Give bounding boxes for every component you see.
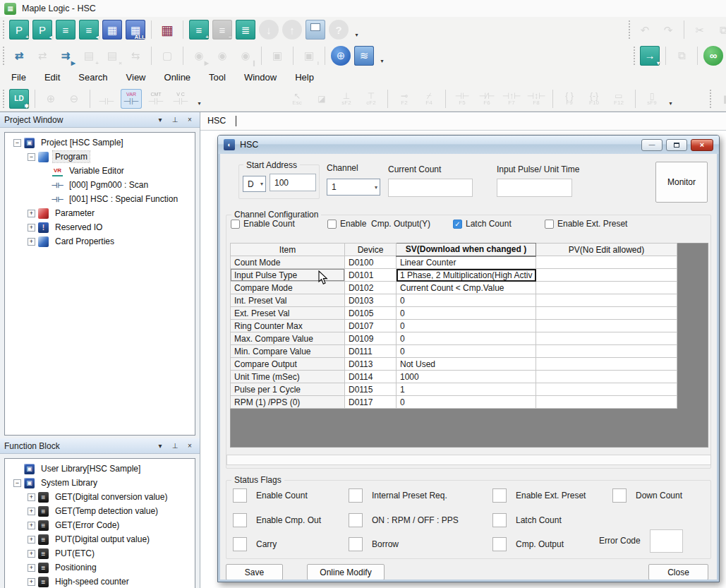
tree-item-variable-editor[interactable]: VRVariable Editor [9, 164, 195, 178]
tree-expander-icon[interactable]: + [28, 578, 35, 586]
menu-edit[interactable]: Edit [35, 69, 69, 85]
item-cell[interactable]: RPM (1) /PPS (0) [231, 396, 345, 409]
ladder-toolbar-overflow[interactable]: ▾ [666, 100, 675, 111]
tree-expander-icon[interactable]: − [28, 153, 35, 161]
tree-expander-icon[interactable]: + [28, 522, 35, 529]
tree-expander-icon[interactable]: + [28, 550, 35, 558]
item-cell[interactable]: Count Mode [231, 256, 345, 269]
menu-window[interactable]: Window [235, 69, 286, 85]
channel-combo[interactable]: 1 ▾ [327, 179, 380, 196]
connection-icon[interactable]: ∞ [703, 46, 723, 66]
tree-item-001-hsc-special-function[interactable]: ⊣⊢[001] HSC : Special Function [9, 192, 195, 206]
window-tile-icon[interactable]: ▦ [157, 20, 177, 40]
panel-close-icon[interactable]: × [184, 442, 195, 450]
monitor-button[interactable]: Monitor [655, 162, 708, 203]
tree-item-card-properties[interactable]: +Card Properties [9, 234, 195, 248]
tree-item-get-digital-conversion-value[interactable]: +≡GET(Digital conversion value) [9, 490, 195, 504]
item-cell[interactable]: Pulse per 1 Cycle [231, 383, 345, 396]
column-header-sv[interactable]: SV(Download when changed ) [397, 244, 536, 256]
item-cell[interactable]: Unit Time (mSec) [231, 371, 345, 383]
sv-cell[interactable]: 1000 [397, 371, 536, 383]
close-button[interactable]: Close [648, 564, 708, 580]
panel-menu-caret-icon[interactable]: ▾ [155, 442, 166, 450]
tree-item-parameter[interactable]: +Parameter [9, 206, 195, 220]
dialog-minimize-button[interactable]: — [641, 139, 663, 151]
standard-toolbar-overflow[interactable]: ▾ [352, 32, 361, 42]
checkbox-enable-count[interactable] [231, 220, 240, 229]
system-monitor-icon[interactable]: ≋ [354, 46, 374, 66]
tree-item-program[interactable]: −Program [9, 150, 195, 164]
item-cell[interactable]: Min. Compare Value [231, 345, 345, 358]
item-cell[interactable]: Int. Preset Val [231, 294, 345, 307]
document-list-icon[interactable]: ≣ [236, 20, 255, 40]
panel-pin-icon[interactable]: ⊥ [169, 116, 181, 124]
checkbox-checked-latch-count[interactable]: ✓ [453, 220, 462, 229]
checkbox-enable-ext-preset[interactable] [545, 220, 554, 229]
sv-cell[interactable]: 0 [397, 294, 536, 307]
tree-expander-icon[interactable]: + [28, 564, 35, 572]
menu-file[interactable]: File [2, 69, 35, 85]
view-source-icon[interactable]: ≡ [56, 20, 75, 40]
panel-pin-icon[interactable]: ⊥ [169, 442, 181, 450]
tree-expander-icon[interactable]: + [28, 536, 35, 544]
import-source-icon[interactable]: ≡◂ [79, 20, 99, 40]
tree-expander-icon[interactable]: + [28, 493, 35, 501]
item-cell[interactable]: Max. Compare Value [231, 332, 345, 345]
tree-item-put-digital-output-value[interactable]: +≡PUT(Digital output value) [9, 532, 195, 546]
tree-expander-icon[interactable]: − [13, 139, 21, 147]
tree-expander-icon[interactable]: + [28, 508, 35, 515]
tree-item-high-speed-counter[interactable]: +≡High-speed counter [9, 575, 195, 588]
contact-var-icon[interactable]: VAR⊣⊢ [121, 89, 142, 109]
tree-item-project-hsc-sample[interactable]: −▣Project [HSC Sample] [9, 136, 195, 150]
save-button[interactable]: Save [226, 564, 283, 580]
tree-item-user-library-hsc-sample[interactable]: ▣User Library[HSC Sample] [9, 462, 195, 476]
tree-item-reserved-io[interactable]: +!Reserved IO [9, 220, 195, 234]
tree-expander-icon[interactable]: + [28, 238, 35, 246]
tab-hsc[interactable]: HSC [207, 116, 226, 126]
sv-cell[interactable]: 0 [397, 332, 536, 345]
tree-expander-icon[interactable]: + [28, 224, 35, 232]
sv-cell[interactable]: 0 [397, 320, 536, 332]
communication-setting-icon[interactable]: ⇄ [9, 46, 29, 66]
tree-expander-icon[interactable]: − [13, 479, 21, 487]
print-icon[interactable] [305, 20, 325, 40]
menu-view[interactable]: View [117, 69, 155, 85]
tree-item-put-etc[interactable]: +≡PUT(ETC) [9, 546, 195, 560]
tree-item-get-error-code[interactable]: +≡GET(Error Code) [9, 518, 195, 532]
sv-cell[interactable]: 0 [397, 396, 536, 409]
item-cell[interactable]: Compare Output [231, 358, 345, 371]
open-project-icon[interactable]: P◂ [32, 20, 52, 40]
column-header-device[interactable]: Device [345, 244, 397, 256]
network-icon[interactable]: ⊕ [331, 46, 351, 66]
item-cell[interactable]: Ext. Preset Val [231, 307, 345, 320]
start-address-input[interactable]: 100 [270, 174, 316, 191]
add-document-icon[interactable]: ≡+ [189, 20, 209, 40]
tree-item-000-pgm000-scan[interactable]: ⊣⊢[000] Pgm000 : Scan [9, 178, 195, 192]
tree-item-get-temp-detection-value[interactable]: +≡GET(Temp detection value) [9, 504, 195, 518]
tree-expander-icon[interactable]: + [28, 210, 35, 217]
menu-online[interactable]: Online [155, 69, 200, 85]
menu-search[interactable]: Search [69, 69, 116, 85]
run-write-icon[interactable]: ⇉▶ [56, 46, 75, 66]
dialog-close-button[interactable]: × [691, 139, 713, 151]
tree-item-positioning[interactable]: +≡Positioning [9, 560, 195, 575]
sv-cell[interactable]: Linear Counter [397, 256, 536, 269]
dialog-restore-button[interactable] [666, 139, 687, 151]
panel-close-icon[interactable]: × [184, 116, 195, 124]
checkbox-enable-cmp-output-y[interactable] [327, 220, 337, 229]
ld-editor-icon[interactable]: LD✱ [9, 89, 29, 109]
column-header-pv[interactable]: PV(No Edit allowed) [536, 244, 677, 256]
export-icon[interactable]: →▾ [640, 46, 660, 66]
menu-help[interactable]: Help [286, 69, 323, 85]
sv-cell[interactable]: 0 [397, 345, 536, 358]
sv-cell[interactable]: Not Used [397, 358, 536, 371]
start-address-type-combo[interactable]: D ▾ [243, 176, 266, 192]
sv-cell[interactable]: Current Count < Cmp.Value [397, 282, 536, 294]
panel-menu-caret-icon[interactable]: ▾ [155, 116, 166, 124]
new-project-icon[interactable]: P+ [9, 20, 29, 40]
online-modify-button[interactable]: Online Modify [307, 564, 385, 580]
edit-toolbar-overflow[interactable]: ▾ [195, 100, 204, 111]
sv-cell[interactable]: 0 [397, 307, 536, 320]
save-icon[interactable]: ▦ [102, 20, 122, 40]
item-cell[interactable]: Ring Counter Max [231, 320, 345, 332]
